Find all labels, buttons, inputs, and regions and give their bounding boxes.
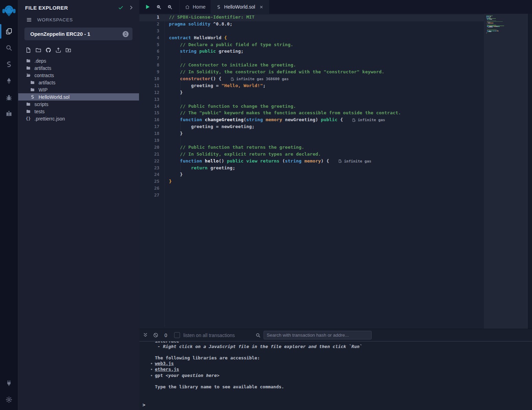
new-file-icon [25,47,32,53]
terminal-header: 0 listen on all transactions [139,329,532,341]
code-line[interactable]: // In Solidity, explicit return types ar… [169,151,486,158]
code-line[interactable]: } [169,179,486,186]
terminal-line [155,350,532,355]
tree-item-artifacts[interactable]: artifacts [18,79,139,86]
publish-to-gist-button[interactable] [45,47,52,53]
check-icon [118,4,124,11]
solidity-file-icon [30,94,35,99]
line-number: 13 [139,97,159,104]
activity-settings[interactable] [0,391,18,408]
line-number: 17 [139,124,159,131]
zoom-in-icon [167,4,173,10]
line-number: 3 [139,28,159,35]
code-line[interactable]: // SPDX-License-Identifier: MIT [169,14,486,21]
code-line[interactable]: contract HelloWorld { [169,35,486,42]
solidity-compiler-icon [5,61,13,68]
code-line[interactable]: function hello() public view returns (st… [169,158,486,165]
new-folder-button[interactable] [35,47,42,53]
tab-helloworld-sol[interactable]: HelloWorld.sol [211,0,269,14]
learneth-icon [5,110,13,118]
tree-item-.deps[interactable]: .deps [18,57,139,64]
code-line[interactable]: constructor() {infinite gas 368600 gas [169,76,486,83]
activity-solidity-compiler[interactable] [0,56,18,73]
close-icon[interactable] [259,5,264,9]
workspaces-menu-button[interactable] [26,17,32,23]
activity-learneth[interactable] [0,106,18,122]
activity-debugger[interactable] [0,89,18,106]
code-line[interactable]: return greeting; [169,165,486,172]
fuel-icon [231,77,235,81]
tree-item-.prettierrc.json[interactable]: {}.prettierrc.json [18,115,139,122]
activity-top [0,0,18,122]
new-file-button[interactable] [25,47,32,53]
tree-item-HelloWorld.sol[interactable]: HelloWorld.sol [18,93,139,101]
line-number: 25 [139,179,159,186]
activity-deploy-run[interactable] [0,73,18,89]
code-line[interactable] [169,192,486,199]
code-line[interactable] [169,138,486,145]
tree-item-label: .prettierrc.json [34,116,65,122]
terminal-line: The following libraries are accessible: [155,355,532,361]
code-line[interactable] [169,28,486,35]
activity-bar [0,0,18,410]
bullet: • [150,373,155,379]
code-line[interactable]: string public greeting; [169,49,486,55]
plugin-manager-icon [5,379,13,387]
code-line[interactable] [169,55,486,62]
upload-file-button[interactable] [55,47,62,53]
listen-transactions-checkbox[interactable] [174,332,180,338]
activity-remix-logo[interactable] [0,1,18,21]
code-line[interactable]: greeting = newGreeting; [169,124,486,131]
remix-logo-icon [2,4,16,18]
code-line[interactable] [169,97,486,104]
terminal-link[interactable]: ethers.js [155,367,179,372]
tree-item-label: artifacts [34,65,51,71]
code-line[interactable]: // The "public" keyword makes the functi… [169,110,486,117]
editor-area: HomeHelloWorld.sol 123456789101112131415… [139,0,532,410]
folder-icon [30,87,35,92]
tree-item-contracts[interactable]: contracts [18,72,139,79]
solidity-file-icon [216,4,221,10]
tree-item-tests[interactable]: tests [18,108,139,115]
scrollbar-gutter[interactable] [527,14,532,329]
code-line[interactable]: // Constructor to initialize the greetin… [169,62,486,69]
folder-icon [25,65,31,71]
deploy-run-icon [5,77,13,85]
activity-plugin-manager[interactable] [0,375,18,391]
code-line[interactable]: } [169,90,486,97]
zoom-out-button[interactable] [156,4,162,10]
indent-guide [164,14,165,327]
terminal-line: •gpt <your question here> [155,373,532,379]
clear-console-icon[interactable] [153,332,159,338]
activity-search[interactable] [0,40,18,56]
zoom-in-button[interactable] [167,4,173,10]
chevron-right-icon[interactable] [128,4,134,11]
tree-item-WIP[interactable]: WIP [18,86,139,93]
minimap[interactable] [484,14,528,329]
code-editor[interactable]: 1234567891011121314151617181920212223242… [139,14,532,329]
tree-item-scripts[interactable]: scripts [18,101,139,108]
workspace-select[interactable]: OpenZeppelin ERC20 - 1 [24,28,132,40]
code-line[interactable]: } [169,131,486,138]
line-number: 8 [139,62,159,69]
code-line[interactable]: // Public function that returns the gree… [169,145,486,151]
file-toolbar [18,40,139,56]
terminal-search-input[interactable] [264,331,372,339]
line-number: 21 [139,151,159,158]
activity-file-explorer[interactable] [0,23,18,40]
terminal-link[interactable]: web3.js [155,361,174,366]
code-line[interactable]: pragma solidity ^0.8.0; [169,21,486,28]
code-line[interactable]: // In Solidity, the constructor is defin… [169,69,486,76]
tree-item-artifacts[interactable]: artifacts [18,64,139,72]
code-line[interactable] [169,186,486,192]
code-line[interactable]: // Declare a public field of type string… [169,42,486,49]
upload-folder-button[interactable] [65,47,72,53]
terminal-prompt[interactable]: > [142,402,145,408]
code-line[interactable]: } [169,172,486,179]
collapse-terminal-icon[interactable] [142,332,148,338]
code-line[interactable]: function changeGreeting(string memory ne… [169,117,486,124]
run-script-button[interactable] [145,4,151,10]
code-line[interactable]: greeting = "Hello, World!"; [169,83,486,90]
tab-home[interactable]: Home [179,0,211,14]
code-line[interactable]: // Public function to change the greetin… [169,104,486,111]
